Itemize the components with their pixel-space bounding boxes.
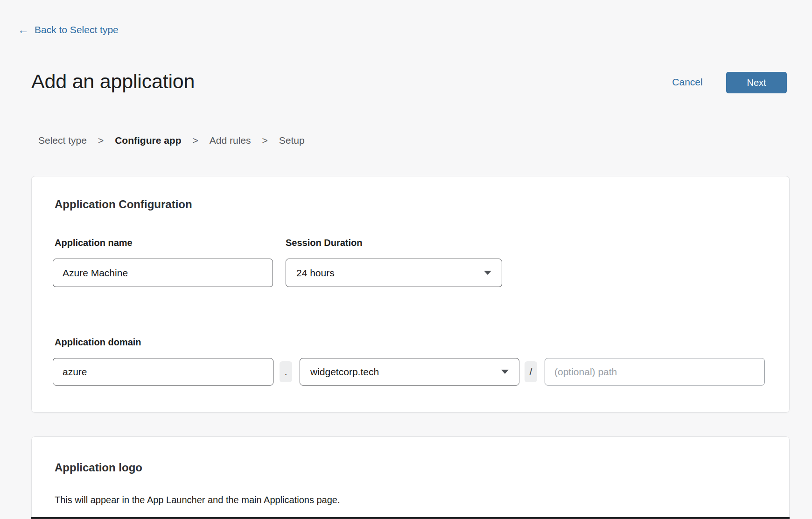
domain-select[interactable]: widgetcorp.tech	[300, 358, 519, 386]
application-name-label: Application name	[55, 238, 133, 248]
application-name-input[interactable]	[53, 259, 273, 287]
add-application-page: ← Back to Select type Add an application…	[0, 0, 812, 519]
wizard-breadcrumb: Select type > Configure app > Add rules …	[38, 135, 305, 146]
path-input[interactable]	[545, 358, 765, 386]
bottom-section-edge	[31, 517, 790, 519]
breadcrumb-step-add-rules: Add rules	[210, 135, 251, 146]
logo-card-description: This will appear in the App Launcher and…	[55, 495, 340, 505]
subdomain-input[interactable]	[53, 358, 273, 386]
application-domain-label: Application domain	[55, 337, 141, 348]
session-duration-value: 24 hours	[296, 267, 335, 279]
back-to-select-type-link[interactable]: ← Back to Select type	[18, 24, 119, 35]
next-button[interactable]: Next	[726, 72, 787, 93]
dot-separator-chip: .	[280, 361, 292, 382]
back-arrow-icon: ←	[18, 24, 29, 35]
chevron-down-icon	[484, 271, 491, 275]
application-logo-card: Application logo This will appear in the…	[31, 436, 790, 519]
slash-separator-chip: /	[525, 361, 537, 382]
page-title: Add an application	[31, 70, 195, 93]
breadcrumb-step-select-type: Select type	[38, 135, 87, 146]
session-duration-label: Session Duration	[286, 238, 362, 248]
logo-card-title: Application logo	[55, 461, 142, 474]
breadcrumb-separator: >	[262, 135, 267, 146]
breadcrumb-step-configure-app: Configure app	[115, 135, 181, 146]
domain-select-value: widgetcorp.tech	[310, 366, 379, 378]
configuration-card-title: Application Configuration	[55, 198, 192, 211]
cancel-button[interactable]: Cancel	[666, 77, 708, 88]
breadcrumb-separator: >	[98, 135, 104, 146]
back-link-label: Back to Select type	[35, 24, 119, 35]
breadcrumb-separator: >	[193, 135, 198, 146]
session-duration-select[interactable]: 24 hours	[286, 259, 502, 287]
chevron-down-icon	[501, 370, 509, 374]
application-configuration-card: Application Configuration Application na…	[31, 176, 790, 413]
breadcrumb-step-setup: Setup	[279, 135, 305, 146]
